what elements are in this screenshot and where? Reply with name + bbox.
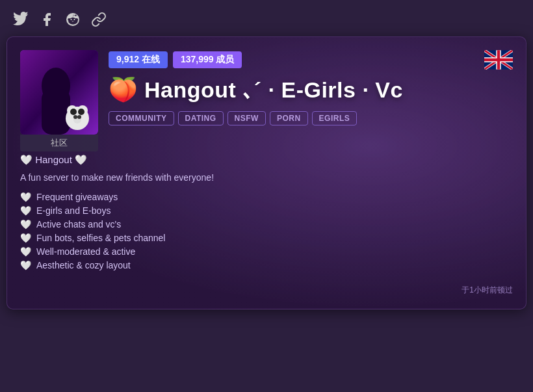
feature-item-5: 🤍 Well-moderated & active bbox=[20, 246, 513, 257]
server-title: 🍑 Hangout ､´ · E-Girls · Vc bbox=[109, 76, 513, 103]
svg-point-10 bbox=[73, 115, 77, 119]
heart-icon-2: 🤍 bbox=[20, 205, 31, 216]
uk-flag bbox=[484, 50, 513, 70]
heart-icon-5: 🤍 bbox=[20, 246, 31, 257]
feature-item-2: 🤍 E-girls and E-boys bbox=[20, 205, 513, 216]
tag-nsfw[interactable]: NSFW bbox=[228, 111, 266, 125]
card-top: 社区 9,912 在线 137,999 成员 bbox=[20, 50, 513, 151]
tag-porn[interactable]: PORN bbox=[270, 111, 308, 125]
description-section: 🤍 Hangout 🤍 A fun server to make new fri… bbox=[20, 151, 513, 273]
stats-row: 9,912 在线 137,999 成员 bbox=[109, 50, 513, 70]
feature-item-3: 🤍 Active chats and vc's bbox=[20, 219, 513, 229]
page-background: 社区 9,912 在线 137,999 成员 bbox=[0, 0, 533, 392]
heart-icon-6: 🤍 bbox=[20, 260, 31, 270]
tag-egirls[interactable]: EGIRLS bbox=[312, 111, 358, 125]
svg-point-8 bbox=[78, 109, 84, 115]
online-badge: 9,912 在线 bbox=[109, 51, 168, 68]
server-name-text: Hangout ､´ · E-Girls · Vc bbox=[144, 77, 403, 103]
heart-icon-1: 🤍 bbox=[20, 192, 31, 202]
timestamp: 于1小时前顿过 bbox=[462, 285, 513, 296]
svg-point-7 bbox=[70, 109, 77, 115]
reddit-icon[interactable] bbox=[64, 10, 82, 29]
members-badge: 137,999 成员 bbox=[173, 51, 242, 68]
tag-community[interactable]: COMMUNITY bbox=[109, 111, 174, 125]
tag-dating[interactable]: DATING bbox=[178, 111, 224, 125]
tags-row: COMMUNITY DATING NSFW PORN EGIRLS bbox=[109, 111, 513, 125]
feature-list: 🤍 Frequent giveaways 🤍 E-girls and E-boy… bbox=[20, 192, 513, 270]
svg-point-11 bbox=[77, 115, 81, 119]
facebook-icon[interactable] bbox=[38, 10, 56, 29]
link-icon[interactable] bbox=[90, 10, 108, 29]
server-card: 社区 9,912 在线 137,999 成员 bbox=[6, 36, 526, 309]
svg-rect-3 bbox=[42, 89, 70, 135]
peach-emoji: 🍑 bbox=[109, 76, 138, 103]
feature-item-6: 🤍 Aesthetic & cozy layout bbox=[20, 260, 513, 270]
feature-item-1: 🤍 Frequent giveaways bbox=[20, 192, 513, 202]
server-avatar bbox=[20, 50, 98, 135]
avatar-label: 社区 bbox=[20, 135, 98, 151]
twitter-icon[interactable] bbox=[12, 10, 30, 29]
avatar-section: 社区 bbox=[20, 50, 98, 151]
social-bar bbox=[6, 7, 526, 36]
feature-item-4: 🤍 Fun bots, selfies & pets channel bbox=[20, 233, 513, 243]
card-info: 9,912 在线 137,999 成员 bbox=[109, 50, 513, 135]
timestamp-bar: 于1小时前顿过 bbox=[20, 280, 513, 296]
fun-server-line: A fun server to make new friends with ev… bbox=[20, 172, 513, 183]
heart-icon-3: 🤍 bbox=[20, 219, 31, 229]
hangout-line: 🤍 Hangout 🤍 bbox=[20, 154, 513, 166]
heart-icon-4: 🤍 bbox=[20, 233, 31, 243]
